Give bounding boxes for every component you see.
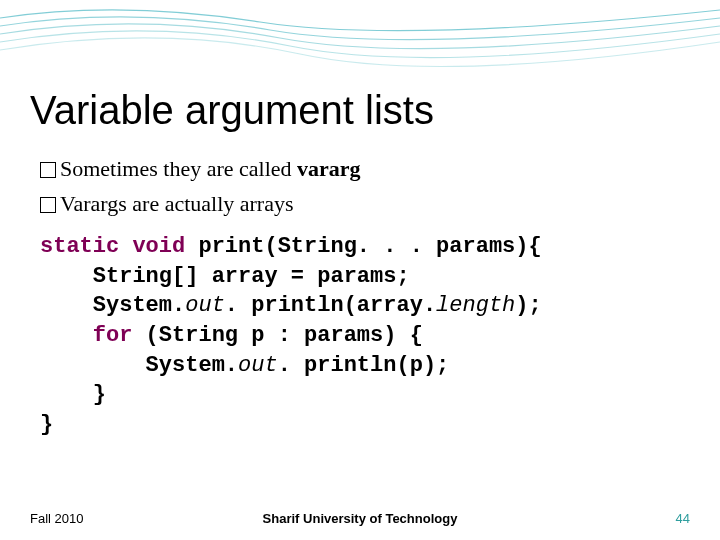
wave-decoration — [0, 0, 720, 80]
page-number: 44 — [676, 511, 690, 526]
bullet-item: Varargs are actually arrays — [40, 187, 361, 220]
code-block: static void print(String. . . params){ S… — [40, 232, 542, 440]
bullet-text-bold: vararg — [297, 156, 361, 181]
bullet-text: Varargs are actually arrays — [60, 187, 294, 220]
bullet-item: Sometimes they are called vararg — [40, 152, 361, 185]
bullet-list: Sometimes they are called vararg Varargs… — [40, 152, 361, 222]
bullet-text: Sometimes they are called — [60, 156, 297, 181]
square-bullet-icon — [40, 197, 56, 213]
slide-title: Variable argument lists — [30, 88, 434, 133]
footer-institution: Sharif University of Technology — [263, 511, 458, 526]
footer-date: Fall 2010 — [30, 511, 83, 526]
square-bullet-icon — [40, 162, 56, 178]
